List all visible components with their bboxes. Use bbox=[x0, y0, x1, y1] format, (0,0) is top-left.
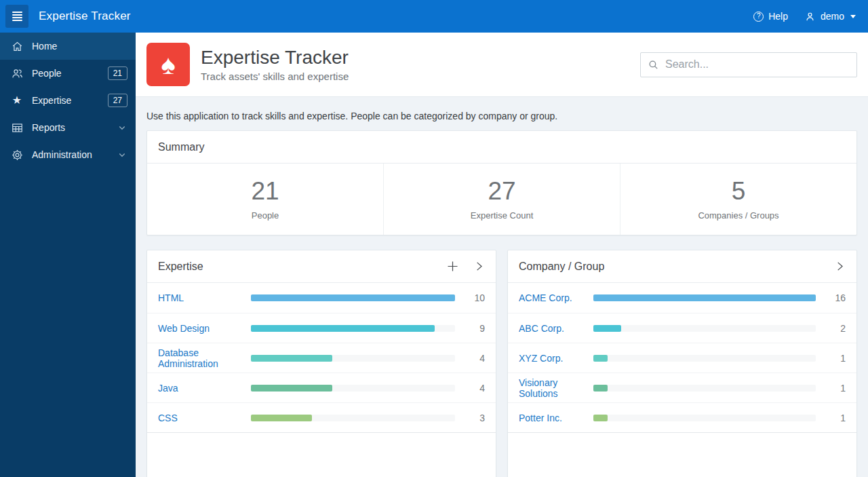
search-icon bbox=[648, 59, 659, 71]
report-grid-icon bbox=[10, 121, 24, 134]
list-row: Potter Inc.1 bbox=[508, 402, 856, 432]
people-icon bbox=[10, 67, 24, 80]
sidebar-item-people[interactable]: People 21 bbox=[0, 60, 136, 87]
bar-fill bbox=[251, 294, 455, 301]
sidebar-item-label: Reports bbox=[32, 122, 65, 133]
summary-stats: 21 People 27 Expertise Count 5 Companies… bbox=[147, 164, 856, 235]
row-label-link[interactable]: Java bbox=[158, 383, 251, 394]
page-subtitle: Track assets' skills and expertise bbox=[201, 71, 349, 82]
sidebar-item-label: People bbox=[32, 68, 62, 79]
expertise-list: HTML10Web Design9Database Administration… bbox=[147, 283, 496, 433]
list-row: Java4 bbox=[147, 373, 496, 402]
stat-label: Expertise Count bbox=[471, 210, 534, 221]
stat-expertise-count: 27 Expertise Count bbox=[383, 164, 620, 235]
list-row: HTML10 bbox=[147, 283, 496, 313]
help-label: Help bbox=[768, 11, 788, 22]
sidebar-item-expertise[interactable]: ★ Expertise 27 bbox=[0, 87, 136, 114]
bar-track bbox=[593, 385, 816, 392]
intro-text: Use this application to track skills and… bbox=[146, 111, 857, 121]
people-count-badge: 21 bbox=[108, 66, 127, 80]
stat-people: 21 People bbox=[147, 164, 383, 235]
bar-track bbox=[593, 415, 816, 421]
row-value: 1 bbox=[825, 383, 846, 394]
stat-value: 5 bbox=[732, 178, 746, 206]
bar-track bbox=[251, 415, 455, 421]
plus-icon bbox=[446, 259, 460, 273]
stat-label: Companies / Groups bbox=[698, 210, 778, 221]
sidebar: Home People 21 ★ Expertise 27 Reports bbox=[0, 33, 136, 477]
bar-fill bbox=[251, 415, 312, 421]
sidebar-item-reports[interactable]: Reports bbox=[0, 114, 136, 141]
star-icon: ★ bbox=[10, 95, 24, 106]
row-value: 1 bbox=[825, 353, 846, 364]
help-link[interactable]: ? Help bbox=[753, 11, 788, 22]
open-expertise-button[interactable] bbox=[473, 261, 485, 272]
sidebar-item-label: Expertise bbox=[32, 95, 71, 106]
add-expertise-button[interactable] bbox=[446, 259, 460, 273]
list-row: XYZ Corp.1 bbox=[508, 343, 856, 373]
row-value: 1 bbox=[825, 413, 846, 423]
summary-card-title: Summary bbox=[158, 141, 204, 153]
bar-track bbox=[251, 355, 455, 362]
row-value: 4 bbox=[465, 383, 485, 394]
search-box bbox=[640, 52, 857, 77]
app-bar-title: Expertise Tracker bbox=[39, 9, 131, 23]
bar-fill bbox=[593, 385, 608, 392]
bar-fill bbox=[593, 355, 608, 362]
expertise-card: Expertise HTML10Web Design9Database Admi… bbox=[146, 250, 496, 477]
bar-track bbox=[251, 294, 455, 301]
bar-fill bbox=[593, 294, 816, 301]
row-label-link[interactable]: XYZ Corp. bbox=[519, 353, 593, 364]
company-group-card: Company / Group ACME Corp.16ABC Corp.2XY… bbox=[507, 250, 857, 477]
user-menu[interactable]: demo bbox=[804, 11, 856, 22]
main-content: Use this application to track skills and… bbox=[136, 97, 868, 477]
row-value: 9 bbox=[465, 323, 485, 334]
app-bar: Expertise Tracker ? Help demo bbox=[0, 0, 868, 33]
list-row: CSS3 bbox=[147, 402, 496, 432]
chevron-down-icon bbox=[118, 123, 126, 132]
stat-companies-groups: 5 Companies / Groups bbox=[620, 164, 856, 235]
sidebar-item-administration[interactable]: Administration bbox=[0, 141, 136, 168]
app-bar-right: ? Help demo bbox=[753, 11, 856, 22]
list-row: Visionary Solutions1 bbox=[508, 373, 856, 402]
bar-track bbox=[251, 385, 455, 392]
chevron-down-icon bbox=[118, 151, 126, 159]
open-company-group-button[interactable] bbox=[834, 261, 846, 272]
page-title: Expertise Tracker bbox=[201, 47, 349, 69]
row-label-link[interactable]: ABC Corp. bbox=[519, 323, 593, 334]
row-label-link[interactable]: Web Design bbox=[158, 323, 251, 334]
sidebar-item-home[interactable]: Home bbox=[0, 33, 136, 60]
bar-fill bbox=[251, 385, 332, 392]
row-value: 16 bbox=[825, 292, 846, 303]
stat-value: 21 bbox=[251, 178, 279, 206]
bar-track bbox=[593, 294, 816, 301]
chevron-right-icon bbox=[473, 261, 485, 272]
company-group-card-title: Company / Group bbox=[519, 261, 604, 273]
row-label-link[interactable]: HTML bbox=[158, 292, 251, 303]
row-label-link[interactable]: ACME Corp. bbox=[519, 292, 593, 303]
row-value: 3 bbox=[465, 413, 485, 423]
bar-fill bbox=[251, 325, 435, 332]
row-value: 2 bbox=[825, 323, 846, 334]
bar-track bbox=[593, 325, 816, 332]
bar-track bbox=[251, 325, 455, 332]
gear-icon bbox=[10, 149, 24, 161]
user-label: demo bbox=[821, 11, 844, 22]
chevron-right-icon bbox=[834, 261, 846, 272]
row-value: 10 bbox=[465, 292, 485, 303]
hamburger-menu-icon[interactable] bbox=[5, 5, 28, 28]
row-label-link[interactable]: Database Administration bbox=[158, 347, 251, 369]
caret-down-icon bbox=[850, 15, 856, 18]
expertise-card-title: Expertise bbox=[158, 261, 203, 273]
row-label-link[interactable]: Visionary Solutions bbox=[519, 377, 593, 399]
stat-label: People bbox=[252, 210, 279, 221]
row-label-link[interactable]: CSS bbox=[158, 413, 251, 423]
row-label-link[interactable]: Potter Inc. bbox=[519, 413, 593, 423]
bar-fill bbox=[251, 355, 332, 362]
spade-icon: ♠ bbox=[146, 43, 190, 86]
sidebar-item-label: Administration bbox=[32, 149, 92, 160]
search-input[interactable] bbox=[640, 52, 857, 77]
list-row: Web Design9 bbox=[147, 313, 496, 343]
home-icon bbox=[10, 40, 24, 53]
sidebar-item-label: Home bbox=[32, 41, 57, 52]
